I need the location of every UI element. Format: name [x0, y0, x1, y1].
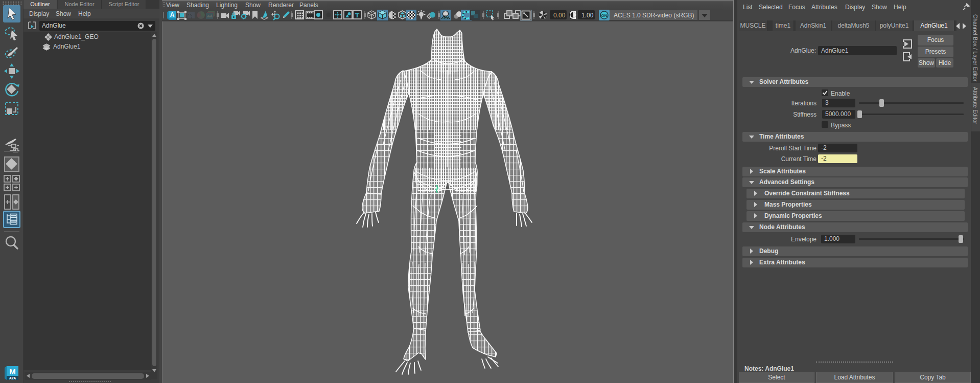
svg-text:ACES 1.0 SDR-video (sRGB): ACES 1.0 SDR-video (sRGB) [614, 12, 694, 19]
svg-text:M: M [9, 367, 16, 376]
svg-text:0.00: 0.00 [553, 12, 566, 19]
svg-text:ON: ON [601, 13, 608, 18]
svg-text:AYA: AYA [9, 376, 16, 380]
svg-text:T: T [355, 11, 360, 19]
svg-text:1.00: 1.00 [581, 12, 594, 19]
svg-text:A: A [170, 11, 175, 18]
